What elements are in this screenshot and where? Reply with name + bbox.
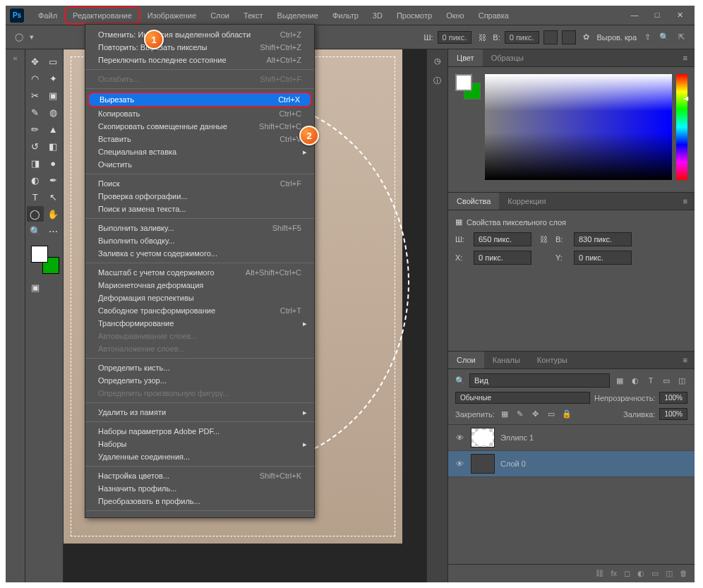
panel-menu-icon[interactable]: ≡ [676,352,695,368]
layer-name[interactable]: Эллипс 1 [500,433,534,442]
collapse-icon[interactable]: « [6,49,25,62]
menu-filter[interactable]: Фильтр [325,8,366,23]
prop-x-field[interactable]: 0 пикс. [474,251,531,265]
blend-mode-select[interactable]: Обычные [455,392,590,404]
menu-help[interactable]: Справка [471,8,516,23]
visibility-icon[interactable]: 👁 [454,433,465,442]
pen-tool[interactable]: ✒ [45,172,62,188]
hand-tool[interactable]: ✋ [45,206,62,222]
width-field[interactable]: 0 пикс. [438,31,472,44]
dodge-tool[interactable]: ◐ [27,172,44,188]
menu-item[interactable]: Удаленные соединения... [85,450,314,463]
search-icon[interactable]: 🔍 [658,31,671,44]
prop-w-field[interactable]: 650 пикс. [474,232,531,246]
align-button-2[interactable] [562,30,576,44]
fx-icon[interactable]: fx [611,569,617,578]
ellipse-shape-tool[interactable]: ◯ [27,206,44,222]
menu-window[interactable]: Окно [439,8,471,23]
frame-tool[interactable]: ▣ [45,88,62,103]
gear-icon[interactable]: ✿ [580,31,593,44]
menu-item[interactable]: Заливка с учетом содержимого... [85,247,314,260]
panel-menu-icon[interactable]: ≡ [676,193,695,210]
lasso-tool[interactable]: ◠ [27,71,44,86]
tab-swatches[interactable]: Образцы [483,49,532,66]
layer-filter-select[interactable]: Вид [469,373,610,388]
menu-image[interactable]: Изображение [140,8,203,23]
color-spectrum[interactable] [485,74,672,180]
adjustment-icon[interactable]: ◐ [637,569,644,578]
menu-item[interactable]: Выполнить обводку... [85,234,314,247]
color-fgbg[interactable] [455,74,481,100]
fill-field[interactable]: 100% [659,408,687,420]
eyedropper-tool[interactable]: ✎ [27,104,44,120]
blur-tool[interactable]: ● [45,155,62,171]
share-icon[interactable]: ⇪ [641,31,654,44]
visibility-icon[interactable]: 👁 [454,460,465,468]
tab-properties[interactable]: Свойства [448,193,499,210]
menu-edit[interactable]: Редактирование [64,6,140,25]
tab-layers[interactable]: Слои [448,352,484,368]
layer-name[interactable]: Слой 0 [500,460,526,468]
filter-pixel-icon[interactable]: ▦ [614,375,625,386]
menu-item[interactable]: Поиск и замена текста... [85,203,314,215]
lock-position-icon[interactable]: ✥ [530,409,541,420]
close-button[interactable]: ✕ [675,11,685,20]
menu-item[interactable]: Очистить [85,158,314,171]
tab-adjustments[interactable]: Коррекция [499,193,554,210]
link-wh-icon[interactable]: ⛓ [537,235,550,244]
new-layer-icon[interactable]: ◫ [666,569,673,578]
menu-item[interactable]: Выполнить заливку...Shift+F5 [85,222,314,234]
filter-adjust-icon[interactable]: ◐ [630,375,641,386]
prop-h-field[interactable]: 830 пикс. [574,232,632,246]
menu-item[interactable]: Назначить профиль... [85,482,314,495]
menu-item[interactable]: ВырезатьCtrl+X [88,92,312,107]
zoom-tool[interactable]: 🔍 [27,223,44,239]
tab-channels[interactable]: Каналы [484,352,529,368]
lock-pixels-icon[interactable]: ▦ [499,409,510,420]
info-icon[interactable]: ⓘ [433,76,441,86]
filter-smart-icon[interactable]: ◫ [676,375,687,386]
move-tool[interactable]: ✥ [27,54,44,69]
menu-item[interactable]: Настройка цветов...Shift+Ctrl+K [85,469,314,482]
wand-tool[interactable]: ✦ [45,71,62,86]
lock-all-icon[interactable]: 🔒 [561,409,572,420]
prop-y-field[interactable]: 0 пикс. [574,251,632,265]
menu-item[interactable]: Определить узор... [85,374,314,387]
menu-item[interactable]: Проверка орфографии... [85,190,314,203]
quickmask-tool[interactable]: ▣ [27,280,44,295]
minimize-button[interactable]: — [630,11,639,20]
edit-toolbar[interactable]: ⋯ [45,223,62,239]
mask-icon[interactable]: ◻ [624,569,630,578]
history-brush-tool[interactable]: ↺ [27,138,44,154]
menu-item[interactable]: КопироватьCtrl+C [85,107,314,120]
menu-item[interactable]: Деформация перспективы [85,292,314,304]
menu-item[interactable]: Наборы [85,438,314,450]
tab-paths[interactable]: Контуры [529,352,576,368]
align-button[interactable] [543,30,558,44]
link-layers-icon[interactable]: ⛓ [596,569,603,578]
menu-item[interactable]: ПоискCtrl+F [85,177,314,190]
panel-menu-icon[interactable]: ≡ [676,49,695,66]
path-tool[interactable]: ↖ [45,189,62,205]
delete-icon[interactable]: 🗑 [680,569,687,578]
artboard-tool[interactable]: ▭ [45,54,62,69]
hue-slider[interactable]: ◀ [676,74,687,180]
menu-item[interactable]: Отменить: Инверсия выделенной областиCtr… [85,28,314,41]
heal-tool[interactable]: ◍ [45,104,62,120]
menu-item[interactable]: Трансформирование [85,317,314,330]
opacity-field[interactable]: 100% [659,392,687,404]
menu-item[interactable]: ВставитьCtrl+V [85,133,314,145]
history-icon[interactable]: ◷ [434,56,441,66]
menu-text[interactable]: Текст [236,8,270,23]
filter-shape-icon[interactable]: ▭ [661,375,672,386]
menu-view[interactable]: Просмотр [390,8,439,23]
foreground-color[interactable] [31,246,48,263]
color-swatches[interactable] [31,246,59,274]
gradient-tool[interactable]: ◨ [27,155,44,171]
maximize-button[interactable]: □ [652,11,662,20]
menu-select[interactable]: Выделение [270,8,325,23]
stamp-tool[interactable]: ▲ [45,121,62,137]
layer-row[interactable]: 👁 Слой 0 [448,451,695,477]
link-icon[interactable]: ⛓ [476,31,488,44]
height-field[interactable]: 0 пикс. [505,31,539,44]
